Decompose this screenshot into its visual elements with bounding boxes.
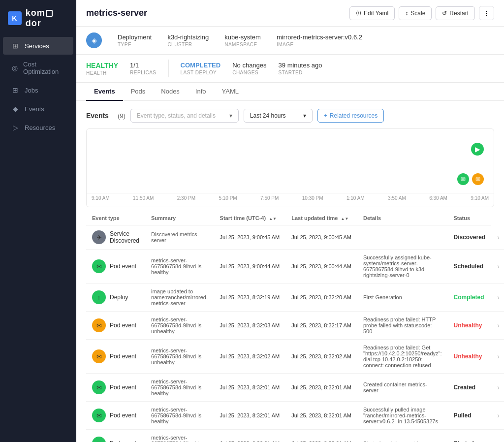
event-last-updated: Jul 25, 2023, 9:00:45 AM: [285, 225, 357, 250]
sidebar-item-jobs[interactable]: ⊞ Jobs: [3, 81, 73, 99]
sidebar-item-events[interactable]: ◆ Events: [3, 100, 73, 118]
event-start-time: Jul 25, 2023, 8:32:01 AM: [214, 430, 286, 442]
row-chevron: ›: [491, 374, 504, 402]
event-type-filter[interactable]: Event type, status, and details ▾: [130, 109, 239, 123]
table-row[interactable]: ✉ Pod event metrics-server-667586758d-9l…: [86, 374, 504, 402]
event-type-name: Pod event: [110, 384, 136, 391]
chart-dot-yellow1[interactable]: ✉: [472, 173, 484, 185]
image-value: mirrored-metrics-server:v0.6.2: [277, 33, 362, 41]
table-row[interactable]: ✉ Pod event metrics-server-667586758d-9l…: [86, 402, 504, 430]
event-status: Completed: [447, 284, 491, 312]
events-icon: ◆: [11, 105, 20, 113]
main-content: metrics-server ⟨/⟩ Edit Yaml ↕ Scale ↺ R…: [76, 0, 504, 442]
table-row[interactable]: ✉ Pod event metrics-server-667586758d-9l…: [86, 430, 504, 442]
chevron-right-icon: ›: [497, 321, 500, 329]
row-chevron: ›: [491, 402, 504, 430]
health-status: HEALTHY HEALTH: [86, 62, 118, 76]
edit-yaml-button[interactable]: ⟨/⟩ Edit Yaml: [349, 6, 395, 20]
scale-button[interactable]: ↕ Scale: [399, 6, 432, 20]
chart-dot-green2[interactable]: ✉: [457, 173, 469, 185]
event-type-cell: ✈ Service Discovered: [86, 225, 145, 250]
chart-label-1: 11:50 AM: [133, 195, 154, 201]
started-value: 39 minutes ago: [279, 62, 322, 69]
replicas-label: REPLICAS: [130, 70, 156, 75]
event-type-name: Pod event: [110, 440, 136, 442]
status-separator: [168, 60, 169, 77]
table-row[interactable]: ✉ Pod event metrics-server-667586758d-9l…: [86, 312, 504, 340]
header-actions: ⟨/⟩ Edit Yaml ↕ Scale ↺ Restart ⋮: [349, 6, 494, 20]
deployment-icon: ◈: [86, 32, 102, 48]
page-header: metrics-server ⟨/⟩ Edit Yaml ↕ Scale ↺ R…: [76, 0, 504, 27]
tab-pods[interactable]: Pods: [123, 83, 154, 101]
tab-events[interactable]: Events: [86, 83, 123, 101]
page-title: metrics-server: [86, 8, 147, 18]
sidebar-item-label: Jobs: [25, 87, 38, 94]
app-logo: K komdor: [0, 0, 76, 36]
chevron-right-icon: ›: [497, 262, 500, 270]
related-resources-button[interactable]: + Related resources: [317, 109, 384, 123]
tab-info[interactable]: Info: [188, 83, 214, 101]
last-deploy-status: COMPLETED LAST DEPLOY: [181, 62, 221, 75]
table-row[interactable]: ✉ Pod event metrics-server-667586758d-9l…: [86, 250, 504, 284]
chevron-right-icon: ›: [497, 383, 500, 391]
tab-yaml[interactable]: YAML: [214, 83, 247, 101]
event-summary: image updated to name:rancher/mirrored-m…: [145, 284, 214, 312]
replicas-status: 1/1 REPLICAS: [130, 62, 156, 75]
namespace-label: NAMESPACE: [224, 42, 261, 47]
chart-dot-green[interactable]: ▶: [471, 143, 484, 156]
chart-label-5: 10:30 PM: [302, 195, 323, 201]
more-options-button[interactable]: ⋮: [479, 6, 494, 20]
table-row[interactable]: ✉ Pod event metrics-server-667586758d-9l…: [86, 340, 504, 374]
event-details: First Generation: [357, 284, 447, 312]
event-type-cell: ✉ Pod event: [86, 312, 145, 340]
events-title: Events: [86, 112, 109, 120]
event-last-updated: Jul 25, 2023, 8:32:17 AM: [285, 312, 357, 340]
scale-icon: ↕: [405, 10, 408, 17]
started-status: 39 minutes ago STARTED: [279, 62, 322, 75]
chart-label-7: 3:50 AM: [388, 195, 406, 201]
deployment-type-label: TYPE: [118, 42, 152, 47]
last-deploy-value: COMPLETED: [181, 62, 221, 69]
logo-icon: K: [8, 11, 22, 25]
time-filter[interactable]: Last 24 hours ▾: [244, 109, 313, 123]
event-start-time: Jul 25, 2023, 8:32:01 AM: [214, 374, 286, 402]
status-badge: Scheduled: [453, 263, 483, 270]
restart-icon: ↺: [442, 10, 447, 17]
image-label: IMAGE: [277, 42, 362, 47]
restart-button[interactable]: ↺ Restart: [436, 6, 475, 20]
event-icon: ✉: [92, 437, 106, 442]
sidebar-item-cost-optimization[interactable]: ◎ Cost Optimization: [3, 56, 73, 80]
event-icon: ✉: [92, 318, 106, 332]
chart-time-labels: 9:10 AM 11:50 AM 2:30 PM 5:10 PM 7:50 PM…: [87, 193, 494, 203]
changes-value: No changes: [232, 62, 266, 69]
tab-nodes[interactable]: Nodes: [153, 83, 188, 101]
event-type-name: Pod event: [110, 353, 136, 360]
event-type-cell: ✉ Pod event: [86, 250, 145, 284]
plus-icon: +: [324, 112, 327, 119]
event-start-time: Jul 25, 2023, 8:32:02 AM: [214, 340, 286, 374]
table-row[interactable]: ✈ Service Discovered Discovered metrics-…: [86, 225, 504, 250]
deployment-type-value: Deployment: [118, 33, 152, 41]
event-details: Successfully pulled image "rancher/mirro…: [357, 402, 447, 430]
namespace-value: kube-system: [224, 33, 261, 41]
app-name: komdor: [26, 8, 68, 29]
chevron-right-icon: ›: [497, 293, 500, 301]
sidebar-item-resources[interactable]: ▷ Resources: [3, 119, 73, 136]
related-resources-label: Related resources: [330, 112, 378, 119]
event-type-name: Pod event: [110, 263, 136, 270]
event-status: Scheduled: [447, 250, 491, 284]
col-start-time: Start time (UTC-4) ▲▼: [214, 211, 286, 225]
event-icon: ✉: [92, 259, 106, 273]
resources-icon: ▷: [11, 124, 20, 131]
event-status: Created: [447, 374, 491, 402]
chart-label-2: 2:30 PM: [177, 195, 195, 201]
sidebar-item-services[interactable]: ⊞ Services: [3, 37, 73, 55]
table-row[interactable]: ↑ Deploy image updated to name:rancher/m…: [86, 284, 504, 312]
sort-start-icon: ▲▼: [269, 217, 277, 221]
last-deploy-label: LAST DEPLOY: [181, 70, 221, 75]
event-summary: metrics-server-667586758d-9lhvd is unhea…: [145, 312, 214, 340]
health-label: HEALTH: [86, 70, 118, 76]
col-event-type: Event type: [86, 211, 145, 225]
status-badge: Created: [453, 384, 475, 391]
chart-label-6: 1:10 AM: [346, 195, 365, 201]
